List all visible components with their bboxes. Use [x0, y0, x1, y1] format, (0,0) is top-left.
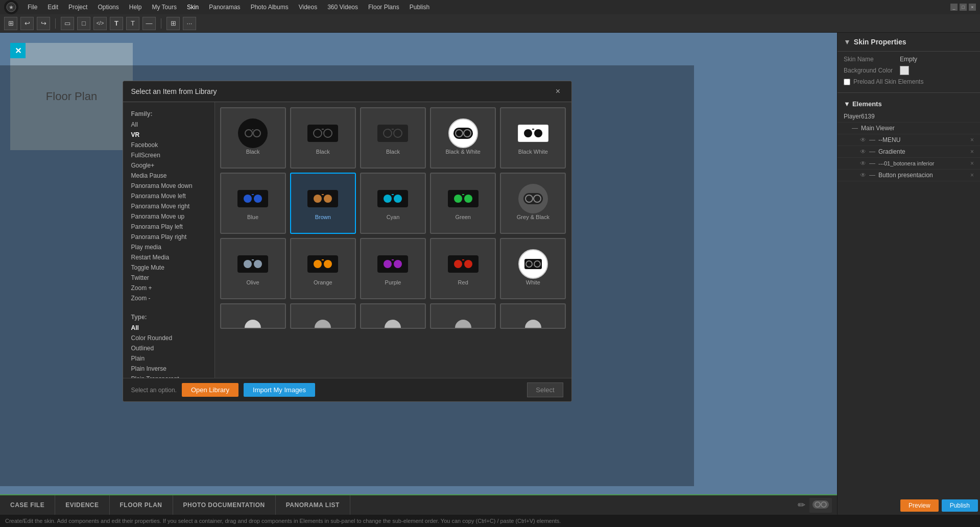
family-facebook[interactable]: Facebook [123, 140, 214, 150]
grid-item-purple[interactable]: Purple [360, 238, 426, 299]
elements-collapse-icon[interactable]: ▼ [844, 100, 850, 108]
grid-item-blue[interactable]: Blue [220, 173, 286, 234]
menu-360-videos[interactable]: 360 Videos [323, 3, 362, 12]
import-images-button[interactable]: Import My Images [244, 383, 315, 397]
eye-icon-menu[interactable]: 👁 [860, 136, 866, 143]
type-color-rounded[interactable]: Color Rounded [123, 333, 214, 343]
family-toggle-mute[interactable]: Toggle Mute [123, 262, 214, 273]
eye-icon-button-pres[interactable]: 👁 [860, 172, 866, 179]
type-plain-transparent[interactable]: Plain Transparent [123, 374, 214, 378]
bw-circle-icon [447, 123, 480, 143]
open-library-button[interactable]: Open Library [182, 383, 238, 397]
type-plain-inverse[interactable]: Plain Inverse [123, 364, 214, 374]
family-zoom-minus[interactable]: Zoom - [123, 293, 214, 303]
toolbar-code-btn[interactable]: </> [93, 17, 107, 30]
family-pano-move-down[interactable]: Panorama Move down [123, 181, 214, 191]
pencil-icon[interactable]: ✏ [798, 499, 805, 511]
grid-item-green[interactable]: Green [430, 173, 496, 234]
modal-close-button[interactable]: × [553, 86, 563, 97]
grid-item-black-flat2[interactable]: Black [360, 107, 426, 169]
grid-item-olive[interactable]: Olive [220, 238, 286, 299]
eye-icon-gradiente[interactable]: 👁 [860, 148, 866, 155]
toolbar-line-btn[interactable]: — [142, 17, 156, 30]
family-pano-move-left[interactable]: Panorama Move left [123, 191, 214, 201]
toolbar-grid-btn[interactable]: ⊞ [4, 17, 17, 30]
grid-item-red[interactable]: Red [430, 238, 496, 299]
preview-button[interactable]: Preview [900, 499, 939, 512]
close-icon-botonera[interactable]: × [970, 160, 974, 167]
family-pano-move-up[interactable]: Panorama Move up [123, 211, 214, 222]
toolbar-more-btn[interactable]: ··· [183, 17, 196, 30]
family-play-media[interactable]: Play media [123, 242, 214, 252]
partial-3[interactable] [360, 303, 426, 329]
menu-videos[interactable]: Videos [295, 3, 321, 12]
close-icon-gradiente[interactable]: × [970, 148, 974, 155]
floor-plan-close[interactable]: ✕ [10, 43, 26, 58]
close-button[interactable]: × [969, 4, 976, 11]
menu-my-tours[interactable]: My Tours [148, 3, 180, 12]
tab-evidence[interactable]: EVIDENCE [55, 495, 109, 515]
grid-item-black-circle[interactable]: Black [220, 107, 286, 169]
family-vr[interactable]: VR [123, 130, 214, 140]
publish-button[interactable]: Publish [942, 499, 978, 512]
family-google[interactable]: Google+ [123, 160, 214, 171]
menu-help[interactable]: Help [125, 3, 146, 12]
tab-photo-documentation[interactable]: PHOTO DOCUMENTATION [173, 495, 276, 515]
tab-panorama-list[interactable]: PANORAMA LIST [276, 495, 350, 515]
toolbar-rect-btn[interactable]: ▭ [61, 17, 74, 30]
partial-2[interactable] [290, 303, 356, 329]
type-all[interactable]: All [123, 323, 214, 333]
menu-publish[interactable]: Publish [405, 3, 434, 12]
family-pano-move-right[interactable]: Panorama Move right [123, 201, 214, 211]
eye-icon-botonera[interactable]: 👁 [860, 160, 866, 167]
vr-glasses-icon[interactable] [809, 498, 832, 513]
menu-floor-plans[interactable]: Floor Plans [364, 3, 403, 12]
svg-rect-21 [237, 190, 268, 207]
family-twitter[interactable]: Twitter [123, 273, 214, 283]
family-fullscreen[interactable]: FullScreen [123, 150, 214, 160]
toolbar-align-btn[interactable]: ⊞ [166, 17, 180, 30]
menu-options[interactable]: Options [93, 3, 123, 12]
grid-item-orange[interactable]: Orange [290, 238, 356, 299]
toolbar-rect2-btn[interactable]: □ [77, 17, 90, 30]
family-pano-play-right[interactable]: Panorama Play right [123, 232, 214, 242]
bg-color-swatch[interactable] [900, 66, 909, 75]
menu-file[interactable]: File [23, 3, 41, 12]
grid-item-cyan[interactable]: Cyan [360, 173, 426, 234]
menu-edit[interactable]: Edit [43, 3, 62, 12]
maximize-button[interactable]: □ [960, 4, 967, 11]
family-restart-media[interactable]: Restart Media [123, 252, 214, 262]
grid-item-grey-black[interactable]: Grey & Black [500, 173, 566, 234]
tab-case-file[interactable]: CASE FILE [0, 495, 55, 515]
partial-4[interactable] [430, 303, 496, 329]
preload-checkbox[interactable] [844, 79, 850, 85]
toolbar-text2-btn[interactable]: T [126, 17, 139, 30]
partial-5[interactable] [500, 303, 566, 329]
family-zoom-plus[interactable]: Zoom + [123, 283, 214, 293]
grid-item-bw-circle[interactable]: Black & White [430, 107, 496, 169]
tab-floor-plan[interactable]: FLOOR PLAN [110, 495, 173, 515]
grid-item-white[interactable]: White [500, 238, 566, 299]
select-button[interactable]: Select [527, 382, 563, 397]
close-icon-button-pres[interactable]: × [970, 172, 974, 179]
partial-1[interactable] [220, 303, 286, 329]
menu-project[interactable]: Project [64, 3, 91, 12]
type-plain[interactable]: Plain [123, 353, 214, 364]
grid-item-black-white-flat[interactable]: Black White [500, 107, 566, 169]
family-all[interactable]: All [123, 119, 214, 130]
menu-panoramas[interactable]: Panoramas [205, 3, 244, 12]
family-pano-play-left[interactable]: Panorama Play left [123, 222, 214, 232]
grid-item-brown[interactable]: Brown [290, 173, 356, 234]
menu-photo-albums[interactable]: Photo Albums [247, 3, 293, 12]
toolbar-undo-btn[interactable]: ↩ [20, 17, 34, 30]
collapse-icon[interactable]: ▼ [844, 38, 851, 46]
family-media-pause[interactable]: Media Pause [123, 171, 214, 181]
close-icon-menu[interactable]: × [970, 136, 974, 143]
modal-grid-area[interactable]: Black [215, 102, 571, 378]
menu-skin[interactable]: Skin [183, 3, 203, 12]
grid-item-black-flat[interactable]: Black [290, 107, 356, 169]
toolbar-redo-btn[interactable]: ↪ [37, 17, 50, 30]
toolbar-text-btn[interactable]: T [110, 17, 123, 30]
minimize-button[interactable]: _ [950, 4, 958, 11]
type-outlined[interactable]: Outlined [123, 343, 214, 353]
